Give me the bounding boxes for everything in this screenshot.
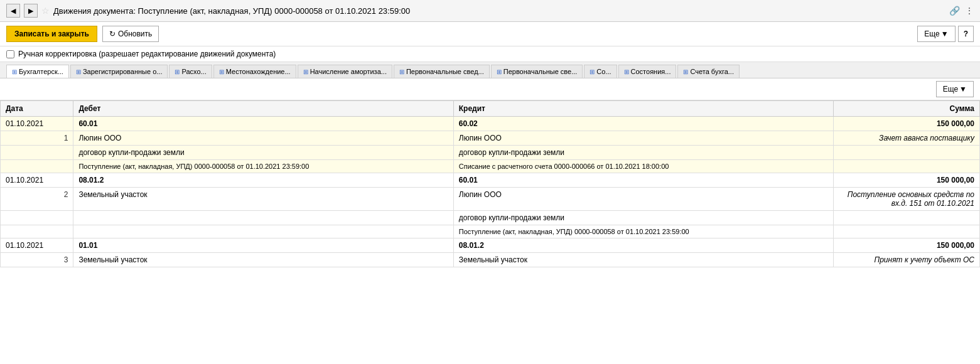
manual-correction-checkbox[interactable] xyxy=(6,50,14,58)
cell-debet-sub-2: Земельный участок xyxy=(73,188,453,211)
cell-debet-sub-1: Люпин ООО xyxy=(73,131,453,146)
tab-label-zar: Зарегистрированные о... xyxy=(83,68,163,75)
cell-empty-2b xyxy=(834,211,980,225)
star-icon[interactable]: ☆ xyxy=(41,6,50,16)
tab-icon-buh: ⊞ xyxy=(12,68,17,75)
cell-debet-1: 60.01 xyxy=(73,117,453,131)
cell-debet-3: 01.01 xyxy=(73,238,453,253)
cell-empty-1c2 xyxy=(834,160,980,173)
more-arrow-icon: ▼ xyxy=(941,29,949,38)
cell-kredit-sub-1: Люпин ООО xyxy=(453,131,833,146)
tab-icon-mest: ⊞ xyxy=(219,68,224,75)
tab-nachislenie[interactable]: ⊞ Начисление амортиза... xyxy=(298,65,392,78)
cell-summa-2: 150 000,00 xyxy=(834,173,980,188)
tab-icon-co: ⊞ xyxy=(590,68,595,75)
tab-buhgaltersk[interactable]: ⊞ Бухгалтерск... xyxy=(6,65,69,78)
tab-icon-sch: ⊞ xyxy=(683,68,688,75)
more-button[interactable]: Еще ▼ xyxy=(917,26,955,42)
refresh-button[interactable]: ↻ Обновить xyxy=(102,26,159,42)
toolbar-left: Записать и закрыть ↻ Обновить xyxy=(6,26,159,42)
table-more-button[interactable]: Еще ▼ xyxy=(936,81,974,97)
table-row: 01.10.2021 01.01 08.01.2 150 000,00 xyxy=(1,238,980,253)
tab-rashody[interactable]: ⊞ Расхо... xyxy=(169,65,212,78)
page-title: Движения документа: Поступление (акт, на… xyxy=(53,6,410,16)
cell-empty-2c xyxy=(1,225,73,238)
refresh-icon: ↻ xyxy=(109,29,116,38)
col-header-kredit: Кредит xyxy=(453,101,833,117)
tab-pervonachalnye2[interactable]: ⊞ Первоначальные све... xyxy=(491,65,583,78)
tab-label-mest: Местонахождение... xyxy=(226,68,291,75)
tab-pervonachalnye1[interactable]: ⊞ Первоначальные свед... xyxy=(394,65,490,78)
tab-sostoyaniya[interactable]: ⊞ Состояния... xyxy=(618,65,677,78)
toolbar-right: Еще ▼ ? xyxy=(917,26,974,42)
cell-date-1: 01.10.2021 xyxy=(1,117,73,131)
nav-fwd-button[interactable]: ▶ xyxy=(24,4,38,18)
tab-co[interactable]: ⊞ Со... xyxy=(584,65,617,78)
table-row: Поступление (акт, накладная, УПД) 0000-0… xyxy=(1,225,980,238)
cell-num-2: 2 xyxy=(1,188,73,211)
tab-mestonahozhdenie[interactable]: ⊞ Местонахождение... xyxy=(213,65,296,78)
help-button[interactable]: ? xyxy=(958,26,974,42)
col-header-date: Дата xyxy=(1,101,73,117)
table-row: 01.10.2021 60.01 60.02 150 000,00 xyxy=(1,117,980,131)
tabs-container: ⊞ Бухгалтерск... ⊞ Зарегистрированные о.… xyxy=(0,62,980,78)
tab-label-perv1: Первоначальные свед... xyxy=(406,68,484,75)
cell-kredit-1: 60.02 xyxy=(453,117,833,131)
tab-zaregistrirovannye[interactable]: ⊞ Зарегистрированные о... xyxy=(70,65,168,78)
cell-kredit-sub-1b: договор купли-продажи земли xyxy=(453,146,833,160)
tab-icon-rash: ⊞ xyxy=(175,68,180,75)
table-row: Поступление (акт, накладная, УПД) 0000-0… xyxy=(1,160,980,173)
table-row: 3 Земельный участок Земельный участок Пр… xyxy=(1,253,980,267)
save-close-button[interactable]: Записать и закрыть xyxy=(6,26,97,42)
movements-table: Дата Дебет Кредит Сумма 01.10.2021 60.01… xyxy=(0,100,980,267)
manual-correction-label: Ручная корректировка (разрешает редактир… xyxy=(18,50,276,58)
table-row: договор купли-продажи земли договор купл… xyxy=(1,146,980,160)
cell-debet-sub-3: Земельный участок xyxy=(73,253,453,267)
table-row: 1 Люпин ООО Люпин ООО Зачет аванса поста… xyxy=(1,131,980,146)
table-row: 01.10.2021 08.01.2 60.01 150 000,00 xyxy=(1,173,980,188)
cell-date-2: 01.10.2021 xyxy=(1,173,73,188)
table-wrap: Дата Дебет Кредит Сумма 01.10.2021 60.01… xyxy=(0,100,980,267)
table-more-label: Еще xyxy=(943,85,958,94)
cell-debet-2: 08.01.2 xyxy=(73,173,453,188)
link-icon[interactable]: 🔗 xyxy=(949,6,960,16)
cell-debet-sub-1c: Поступление (акт, накладная, УПД) 0000-0… xyxy=(73,160,453,173)
tab-label-perv2: Первоначальные све... xyxy=(503,68,578,75)
cell-comment-2: Поступление основных средств по вх.д. 15… xyxy=(834,188,980,211)
table-more-arrow-icon: ▼ xyxy=(959,85,967,94)
cell-summa-1: 150 000,00 xyxy=(834,117,980,131)
cell-kredit-sub-2: Люпин ООО xyxy=(453,188,833,211)
tab-icon-perv1: ⊞ xyxy=(399,68,404,75)
menu-icon[interactable]: ⋮ xyxy=(965,6,974,16)
cell-empty-2a xyxy=(1,211,73,225)
cell-empty-1b xyxy=(834,146,980,160)
title-bar-left: ◀ ▶ ☆ Движения документа: Поступление (а… xyxy=(6,4,410,18)
tab-label-nach: Начисление амортиза... xyxy=(310,68,387,75)
cell-debet-sub-2b xyxy=(73,211,453,225)
tab-scheta[interactable]: ⊞ Счета бухга... xyxy=(677,65,740,78)
more-label: Еще xyxy=(924,29,939,38)
cell-empty-1c xyxy=(1,160,73,173)
tab-icon-zar: ⊞ xyxy=(76,68,81,75)
refresh-label: Обновить xyxy=(118,29,152,38)
title-bar: ◀ ▶ ☆ Движения документа: Поступление (а… xyxy=(0,0,980,22)
cell-summa-3: 150 000,00 xyxy=(834,238,980,253)
tab-label-sost: Состояния... xyxy=(631,68,671,75)
tab-label-rash: Расхо... xyxy=(181,68,206,75)
cell-kredit-sub-1c: Списание с расчетного счета 0000-000066 … xyxy=(453,160,833,173)
title-bar-right: 🔗 ⋮ xyxy=(949,6,974,16)
cell-debet-sub-1b: договор купли-продажи земли xyxy=(73,146,453,160)
tab-label-co: Со... xyxy=(596,68,611,75)
col-header-debet: Дебет xyxy=(73,101,453,117)
col-header-summa: Сумма xyxy=(834,101,980,117)
tab-label-sch: Счета бухга... xyxy=(690,68,734,75)
cell-empty-2c2 xyxy=(834,225,980,238)
cell-num-1: 1 xyxy=(1,131,73,146)
table-row: договор купли-продажи земли xyxy=(1,211,980,225)
cell-comment-3: Принят к учету объект ОС xyxy=(834,253,980,267)
table-row: 2 Земельный участок Люпин ООО Поступлени… xyxy=(1,188,980,211)
cell-kredit-3: 08.01.2 xyxy=(453,238,833,253)
cell-empty-1a xyxy=(1,146,73,160)
nav-back-button[interactable]: ◀ xyxy=(6,4,20,18)
cell-num-3: 3 xyxy=(1,253,73,267)
